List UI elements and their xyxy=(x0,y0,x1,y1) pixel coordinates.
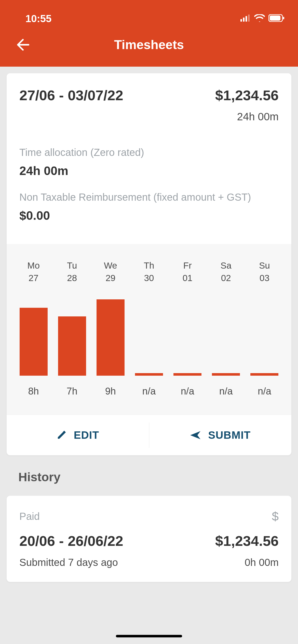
status-time: 10:55 xyxy=(13,13,51,24)
history-submitted-text: Submitted 7 days ago xyxy=(19,557,118,568)
svg-rect-2 xyxy=(246,16,247,22)
edit-button[interactable]: EDIT xyxy=(7,415,149,455)
chart-day-name: Sa xyxy=(221,259,232,272)
chart-day-date: 01 xyxy=(183,272,193,284)
chart-bar xyxy=(135,373,163,376)
chart-day-name: Su xyxy=(259,259,270,272)
history-heading: History xyxy=(0,462,298,489)
chart-day-labels: Mo27 Tu28 We29 Th30 Fr01 Sa02 Su03 xyxy=(14,259,284,284)
submit-button[interactable]: SUBMIT xyxy=(149,415,292,455)
chart-bar xyxy=(173,373,201,376)
chart-day-date: 02 xyxy=(221,272,231,284)
submit-button-label: SUBMIT xyxy=(208,429,251,441)
chart-day-name: Mo xyxy=(27,259,40,272)
chart-value-label: n/a xyxy=(207,386,245,397)
current-timesheet-card: 27/06 - 03/07/22 $1,234.56 24h 00m Time … xyxy=(7,73,291,455)
chart-value-label: 9h xyxy=(91,386,130,397)
svg-rect-0 xyxy=(240,19,242,22)
app-header: 10:55 xyxy=(0,0,298,67)
home-indicator xyxy=(116,635,182,637)
wifi-icon xyxy=(254,14,265,23)
reimbursement-label: Non Taxable Reimbursement (fixed amount … xyxy=(19,192,279,203)
chart-value-label: 7h xyxy=(53,386,91,397)
reimbursement-section: Non Taxable Reimbursement (fixed amount … xyxy=(7,178,291,234)
chart-value-label: n/a xyxy=(245,386,284,397)
svg-rect-1 xyxy=(243,18,245,22)
chart-value-label: n/a xyxy=(130,386,168,397)
allocation-label: Time allocation (Zero rated) xyxy=(19,147,279,158)
history-hours: 0h 00m xyxy=(245,557,279,568)
chart-value-labels: 8h 7h 9h n/a n/a n/a n/a xyxy=(14,386,284,397)
chart-day-date: 27 xyxy=(29,272,38,284)
chart-day-name: Th xyxy=(144,259,154,272)
timesheet-total-hours: 24h 00m xyxy=(19,111,279,123)
history-status-label: Paid xyxy=(19,511,40,522)
chart-day-date: 28 xyxy=(67,272,77,284)
chart-day-name: Tu xyxy=(67,259,77,272)
pencil-icon xyxy=(56,430,66,440)
dollar-icon: $ xyxy=(272,509,279,523)
chart-bar xyxy=(20,308,48,376)
timesheet-summary: 27/06 - 03/07/22 $1,234.56 24h 00m xyxy=(7,73,291,133)
chart-bar xyxy=(58,316,86,376)
svg-rect-6 xyxy=(283,17,284,19)
timesheet-actions: EDIT SUBMIT xyxy=(7,415,291,455)
chart-value-label: 8h xyxy=(14,386,53,397)
chart-day-date: 29 xyxy=(105,272,115,284)
status-icons xyxy=(240,14,285,23)
arrow-left-icon xyxy=(16,38,30,51)
svg-rect-3 xyxy=(248,14,250,22)
chart-day-name: Fr xyxy=(183,259,192,272)
battery-icon xyxy=(268,14,285,23)
chart-bar xyxy=(97,299,125,376)
send-icon xyxy=(190,430,201,440)
back-button[interactable] xyxy=(15,37,31,52)
chart-bar xyxy=(250,373,278,376)
timesheet-amount: $1,234.56 xyxy=(215,87,279,104)
history-amount: $1,234.56 xyxy=(215,533,279,549)
svg-rect-5 xyxy=(270,16,280,21)
edit-button-label: EDIT xyxy=(74,429,99,441)
history-item-card[interactable]: Paid $ 20/06 - 26/06/22 $1,234.56 Submit… xyxy=(7,496,291,582)
chart-day-date: 30 xyxy=(144,272,154,284)
page-title: Timesheets xyxy=(0,37,298,52)
cellular-signal-icon xyxy=(240,14,251,23)
chart-day-name: We xyxy=(104,259,117,272)
chart-value-label: n/a xyxy=(168,386,207,397)
chart-day-date: 03 xyxy=(260,272,269,284)
allocation-value: 24h 00m xyxy=(19,164,279,178)
status-bar: 10:55 xyxy=(0,0,298,28)
reimbursement-value: $0.00 xyxy=(19,209,279,223)
allocation-section: Time allocation (Zero rated) 24h 00m xyxy=(7,133,291,178)
chart-bars xyxy=(14,299,284,376)
history-date-range: 20/06 - 26/06/22 xyxy=(19,533,123,549)
timesheet-date-range: 27/06 - 03/07/22 xyxy=(19,87,123,104)
chart-bar xyxy=(212,373,240,376)
hours-chart: Mo27 Tu28 We29 Th30 Fr01 Sa02 Su03 8h 7h… xyxy=(7,244,291,415)
nav-bar: Timesheets xyxy=(0,28,298,67)
